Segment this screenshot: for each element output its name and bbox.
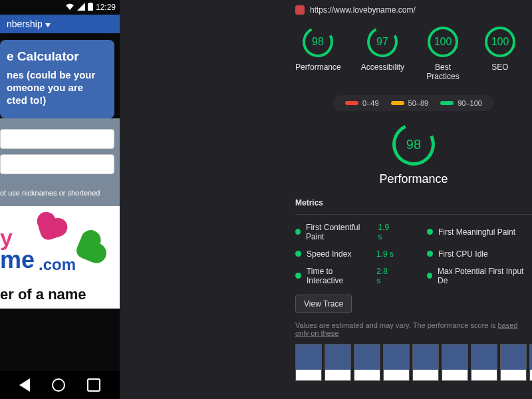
metric-name: First CPU Idle bbox=[438, 249, 488, 259]
svg-rect-0 bbox=[88, 3, 93, 11]
metric-fcp[interactable]: First Contentful Paint 1.9 s bbox=[295, 223, 400, 241]
filmstrip bbox=[295, 344, 532, 381]
legend-yellow-icon bbox=[391, 101, 404, 105]
favicon-icon bbox=[295, 5, 305, 15]
score-gauges: 98 Performance 97 Accessibility 100 Best… bbox=[295, 27, 532, 82]
gauge-seo[interactable]: 100 SEO bbox=[481, 27, 519, 82]
metric-value: 1.9 s bbox=[378, 223, 394, 241]
membership-dropdown[interactable]: nbership bbox=[0, 15, 120, 33]
performance-main-gauge: 98 Performance bbox=[295, 123, 532, 186]
legend-low: 0–49 bbox=[362, 99, 378, 107]
signal-icon bbox=[77, 3, 85, 13]
battery-icon bbox=[88, 3, 93, 13]
metrics-header: Metrics bbox=[295, 198, 532, 207]
filmstrip-frame[interactable] bbox=[325, 344, 351, 381]
gauge-accessibility[interactable]: 97 Accessibility bbox=[361, 27, 404, 82]
metric-speed-index[interactable]: Speed Index 1.9 s bbox=[295, 249, 400, 259]
status-dot-icon bbox=[295, 273, 301, 279]
audited-url: https://www.lovebyname.com/ bbox=[310, 5, 416, 15]
metric-name: First Meaningful Paint bbox=[438, 227, 515, 237]
metric-name: Speed Index bbox=[307, 249, 351, 259]
gauge-score: 100 bbox=[434, 36, 452, 48]
filmstrip-frame[interactable] bbox=[471, 344, 497, 381]
membership-label: nbership bbox=[7, 19, 43, 29]
filmstrip-frame[interactable] bbox=[383, 344, 410, 381]
status-dot-icon bbox=[427, 251, 433, 257]
filmstrip-frame[interactable] bbox=[354, 344, 380, 381]
heart-pink-icon bbox=[37, 219, 61, 242]
filmstrip-frame[interactable] bbox=[295, 344, 322, 381]
audited-url-row: https://www.lovebyname.com/ bbox=[295, 5, 532, 15]
gauge-label: Best Practices bbox=[426, 63, 459, 82]
status-time: 12:29 bbox=[96, 3, 116, 12]
nav-home-icon[interactable] bbox=[52, 378, 65, 392]
legend-red-icon bbox=[345, 101, 358, 105]
gauge-label: SEO bbox=[491, 63, 508, 72]
metric-name: Time to Interactive bbox=[307, 267, 371, 285]
gauge-score: 97 bbox=[376, 36, 388, 48]
filmstrip-frame[interactable] bbox=[442, 344, 468, 381]
metrics-grid: First Contentful Paint 1.9 s First Meani… bbox=[295, 214, 532, 285]
status-dot-icon bbox=[427, 229, 433, 235]
legend-high: 90–100 bbox=[458, 99, 482, 107]
chevron-down-icon bbox=[45, 19, 51, 29]
metric-name: Max Potential First Input De bbox=[438, 267, 525, 285]
wifi-icon bbox=[65, 3, 74, 13]
status-dot-icon bbox=[295, 251, 301, 257]
devtools-gap bbox=[120, 0, 286, 399]
metric-tti[interactable]: Time to Interactive 2.8 s bbox=[295, 267, 400, 285]
filmstrip-frame[interactable] bbox=[500, 344, 527, 381]
metric-value: 2.8 s bbox=[376, 267, 394, 285]
nav-recent-icon[interactable] bbox=[87, 378, 100, 392]
logo-part-2: me bbox=[0, 246, 35, 274]
gauge-label: Accessibility bbox=[361, 63, 404, 72]
gauge-score: 100 bbox=[491, 36, 509, 48]
heart-green-icon bbox=[74, 237, 100, 263]
lighthouse-panel: https://www.lovebyname.com/ 98 Performan… bbox=[286, 0, 532, 399]
name-input-1[interactable] bbox=[0, 129, 114, 149]
score-description: Values are estimated and may vary. The p… bbox=[295, 321, 532, 337]
name-input-2[interactable] bbox=[0, 154, 114, 174]
status-dot-icon bbox=[295, 229, 301, 235]
status-dot-icon bbox=[427, 273, 432, 279]
description-text: Values are estimated and may vary. The p… bbox=[295, 321, 497, 329]
metric-value: 1.9 s bbox=[376, 249, 394, 259]
tagline: er of a name bbox=[0, 286, 120, 309]
metric-max-fid[interactable]: Max Potential First Input De bbox=[427, 267, 532, 285]
filmstrip-frame[interactable] bbox=[529, 344, 532, 381]
phone-status-bar: 12:29 bbox=[0, 0, 120, 15]
card-title: e Calculator bbox=[7, 49, 108, 64]
name-inputs-area: ot use nicknames or shortened bbox=[0, 118, 120, 206]
metric-name: First Contentful Paint bbox=[306, 223, 372, 241]
gauge-best-practices[interactable]: 100 Best Practices bbox=[424, 27, 462, 82]
phone-mockup: 12:29 nbership e Calculator nes (could b… bbox=[0, 0, 120, 399]
logo-part-3: .com bbox=[39, 255, 76, 274]
android-nav-bar bbox=[0, 371, 120, 399]
input-hint: ot use nicknames or shortened bbox=[0, 189, 114, 197]
main-gauge-score: 98 bbox=[406, 136, 421, 152]
metric-cpu-idle[interactable]: First CPU Idle bbox=[427, 249, 532, 259]
legend-green-icon bbox=[440, 101, 454, 105]
gauge-label: Performance bbox=[295, 63, 341, 72]
main-gauge-label: Performance bbox=[379, 172, 448, 186]
filmstrip-frame[interactable] bbox=[412, 344, 439, 381]
gauge-performance[interactable]: 98 Performance bbox=[295, 27, 341, 82]
svg-rect-1 bbox=[89, 3, 92, 3]
legend-mid: 50–89 bbox=[408, 99, 429, 107]
card-subtitle: nes (could be your omeone you are cted t… bbox=[7, 69, 108, 106]
score-legend: 0–49 50–89 90–100 bbox=[333, 95, 494, 111]
view-trace-button[interactable]: View Trace bbox=[295, 295, 352, 313]
gauge-score: 98 bbox=[312, 36, 324, 48]
nav-back-icon[interactable] bbox=[19, 378, 30, 392]
site-logo: y me .com bbox=[0, 206, 120, 286]
calculator-card: e Calculator nes (could be your omeone y… bbox=[0, 40, 114, 118]
metric-fmp[interactable]: First Meaningful Paint bbox=[427, 223, 532, 241]
